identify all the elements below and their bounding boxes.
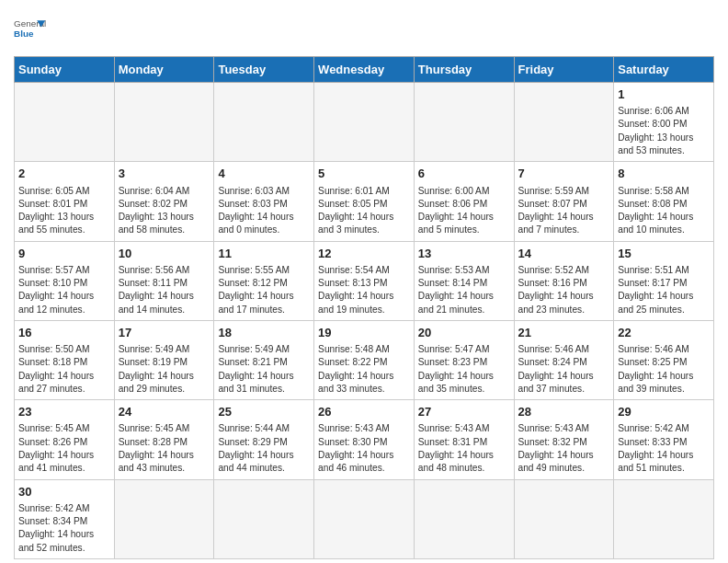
calendar-cell: 8Sunrise: 5:58 AM Sunset: 8:08 PM Daylig… [614, 162, 714, 241]
logo: General Blue [14, 14, 51, 47]
day-info: Sunrise: 5:51 AM Sunset: 8:17 PM Dayligh… [618, 264, 710, 316]
day-info: Sunrise: 5:57 AM Sunset: 8:10 PM Dayligh… [18, 264, 110, 316]
day-info: Sunrise: 6:04 AM Sunset: 8:02 PM Dayligh… [119, 185, 210, 237]
page-header: General Blue [14, 14, 714, 47]
calendar-week-1: 2Sunrise: 6:05 AM Sunset: 8:01 PM Daylig… [15, 162, 714, 241]
calendar-cell: 21Sunrise: 5:46 AM Sunset: 8:24 PM Dayli… [514, 320, 614, 399]
calendar-cell: 12Sunrise: 5:54 AM Sunset: 8:13 PM Dayli… [314, 241, 415, 320]
calendar-cell: 27Sunrise: 5:43 AM Sunset: 8:31 PM Dayli… [414, 400, 514, 479]
calendar-cell: 6Sunrise: 6:00 AM Sunset: 8:06 PM Daylig… [414, 162, 514, 241]
day-number: 27 [418, 404, 510, 420]
weekday-header-sunday: Sunday [15, 57, 115, 83]
calendar-cell [114, 83, 214, 162]
day-number: 29 [618, 404, 710, 420]
weekday-header-monday: Monday [114, 57, 214, 83]
calendar-cell: 28Sunrise: 5:43 AM Sunset: 8:32 PM Dayli… [514, 400, 614, 479]
day-number: 10 [119, 246, 210, 262]
calendar-cell [214, 83, 314, 162]
calendar-week-3: 16Sunrise: 5:50 AM Sunset: 8:18 PM Dayli… [15, 320, 714, 399]
calendar-cell: 26Sunrise: 5:43 AM Sunset: 8:30 PM Dayli… [314, 400, 415, 479]
calendar-cell: 15Sunrise: 5:51 AM Sunset: 8:17 PM Dayli… [614, 241, 714, 320]
calendar-cell [214, 479, 314, 558]
day-number: 28 [518, 404, 610, 420]
calendar-cell: 30Sunrise: 5:42 AM Sunset: 8:34 PM Dayli… [15, 479, 115, 558]
day-number: 7 [518, 166, 610, 182]
day-info: Sunrise: 6:05 AM Sunset: 8:01 PM Dayligh… [18, 185, 110, 237]
day-info: Sunrise: 6:00 AM Sunset: 8:06 PM Dayligh… [418, 185, 510, 237]
day-info: Sunrise: 5:42 AM Sunset: 8:34 PM Dayligh… [18, 502, 110, 555]
calendar-cell: 3Sunrise: 6:04 AM Sunset: 8:02 PM Daylig… [114, 162, 214, 241]
calendar-cell: 23Sunrise: 5:45 AM Sunset: 8:26 PM Dayli… [15, 400, 115, 479]
logo-icon: General Blue [14, 14, 47, 47]
day-number: 15 [618, 246, 710, 262]
day-number: 23 [18, 404, 110, 420]
calendar-cell: 17Sunrise: 5:49 AM Sunset: 8:19 PM Dayli… [114, 320, 214, 399]
day-number: 13 [418, 246, 510, 262]
day-info: Sunrise: 5:58 AM Sunset: 8:08 PM Dayligh… [618, 185, 710, 237]
calendar-cell [314, 479, 415, 558]
day-number: 19 [318, 325, 410, 341]
calendar-week-5: 30Sunrise: 5:42 AM Sunset: 8:34 PM Dayli… [15, 479, 714, 558]
calendar-cell [414, 479, 514, 558]
calendar-cell: 10Sunrise: 5:56 AM Sunset: 8:11 PM Dayli… [114, 241, 214, 320]
calendar-cell: 19Sunrise: 5:48 AM Sunset: 8:22 PM Dayli… [314, 320, 415, 399]
day-number: 4 [218, 166, 310, 182]
calendar-cell: 16Sunrise: 5:50 AM Sunset: 8:18 PM Dayli… [15, 320, 115, 399]
calendar-week-2: 9Sunrise: 5:57 AM Sunset: 8:10 PM Daylig… [15, 241, 714, 320]
day-number: 20 [418, 325, 510, 341]
day-info: Sunrise: 5:45 AM Sunset: 8:26 PM Dayligh… [18, 422, 110, 475]
day-number: 6 [418, 166, 510, 182]
calendar-cell [514, 479, 614, 558]
day-info: Sunrise: 5:54 AM Sunset: 8:13 PM Dayligh… [318, 264, 410, 316]
day-number: 3 [119, 166, 210, 182]
day-number: 2 [18, 166, 110, 182]
day-number: 9 [18, 246, 110, 262]
day-info: Sunrise: 5:47 AM Sunset: 8:23 PM Dayligh… [418, 343, 510, 396]
day-info: Sunrise: 5:56 AM Sunset: 8:11 PM Dayligh… [119, 264, 210, 316]
day-info: Sunrise: 5:43 AM Sunset: 8:30 PM Dayligh… [318, 422, 410, 475]
day-number: 11 [218, 246, 310, 262]
calendar-cell: 11Sunrise: 5:55 AM Sunset: 8:12 PM Dayli… [214, 241, 314, 320]
weekday-header-wednesday: Wednesday [314, 57, 415, 83]
weekday-header-tuesday: Tuesday [214, 57, 314, 83]
calendar-cell: 9Sunrise: 5:57 AM Sunset: 8:10 PM Daylig… [15, 241, 115, 320]
day-number: 17 [119, 325, 210, 341]
calendar-cell [15, 83, 115, 162]
day-info: Sunrise: 5:46 AM Sunset: 8:24 PM Dayligh… [518, 343, 610, 396]
day-info: Sunrise: 5:46 AM Sunset: 8:25 PM Dayligh… [618, 343, 710, 396]
calendar-cell: 7Sunrise: 5:59 AM Sunset: 8:07 PM Daylig… [514, 162, 614, 241]
calendar-cell [614, 479, 714, 558]
calendar-cell [514, 83, 614, 162]
day-info: Sunrise: 5:44 AM Sunset: 8:29 PM Dayligh… [218, 422, 310, 475]
day-info: Sunrise: 5:49 AM Sunset: 8:21 PM Dayligh… [218, 343, 310, 396]
calendar-cell: 13Sunrise: 5:53 AM Sunset: 8:14 PM Dayli… [414, 241, 514, 320]
day-number: 25 [218, 404, 310, 420]
day-number: 30 [18, 484, 110, 500]
calendar-week-4: 23Sunrise: 5:45 AM Sunset: 8:26 PM Dayli… [15, 400, 714, 479]
page-container: General Blue SundayMondayTuesdayWednesda… [0, 0, 728, 563]
calendar-cell: 25Sunrise: 5:44 AM Sunset: 8:29 PM Dayli… [214, 400, 314, 479]
calendar-cell: 2Sunrise: 6:05 AM Sunset: 8:01 PM Daylig… [15, 162, 115, 241]
day-number: 1 [618, 86, 710, 103]
day-info: Sunrise: 6:03 AM Sunset: 8:03 PM Dayligh… [218, 185, 310, 237]
day-info: Sunrise: 5:43 AM Sunset: 8:32 PM Dayligh… [518, 422, 610, 475]
calendar-cell: 1Sunrise: 6:06 AM Sunset: 8:00 PM Daylig… [614, 83, 714, 162]
day-number: 26 [318, 404, 410, 420]
weekday-header-row: SundayMondayTuesdayWednesdayThursdayFrid… [15, 57, 714, 83]
calendar-cell: 29Sunrise: 5:42 AM Sunset: 8:33 PM Dayli… [614, 400, 714, 479]
calendar-cell [314, 83, 415, 162]
day-info: Sunrise: 5:45 AM Sunset: 8:28 PM Dayligh… [119, 422, 210, 475]
svg-text:Blue: Blue [14, 29, 34, 39]
day-number: 8 [618, 166, 710, 182]
day-number: 14 [518, 246, 610, 262]
calendar-cell: 22Sunrise: 5:46 AM Sunset: 8:25 PM Dayli… [614, 320, 714, 399]
day-info: Sunrise: 5:52 AM Sunset: 8:16 PM Dayligh… [518, 264, 610, 316]
weekday-header-friday: Friday [514, 57, 614, 83]
day-number: 18 [218, 325, 310, 341]
day-number: 22 [618, 325, 710, 341]
calendar-cell: 5Sunrise: 6:01 AM Sunset: 8:05 PM Daylig… [314, 162, 415, 241]
calendar-cell: 18Sunrise: 5:49 AM Sunset: 8:21 PM Dayli… [214, 320, 314, 399]
calendar-week-0: 1Sunrise: 6:06 AM Sunset: 8:00 PM Daylig… [15, 83, 714, 162]
calendar-table: SundayMondayTuesdayWednesdayThursdayFrid… [14, 56, 714, 559]
day-info: Sunrise: 5:49 AM Sunset: 8:19 PM Dayligh… [119, 343, 210, 396]
